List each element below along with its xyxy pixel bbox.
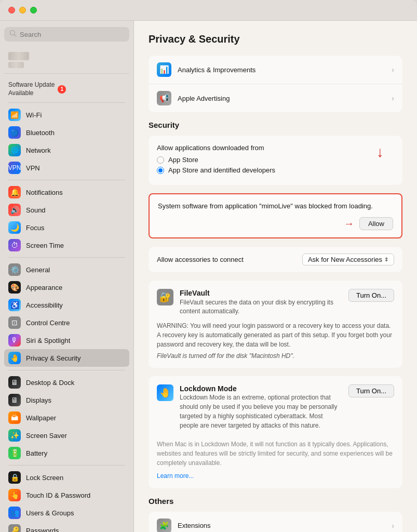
- sidebar-label-network: Network: [26, 147, 51, 154]
- security-card: Allow applications downloaded from App S…: [149, 136, 402, 185]
- accessories-dropdown[interactable]: Ask for New Accessories ⇕: [302, 254, 394, 265]
- network-icon: 🌐: [8, 144, 21, 156]
- lockscreen-icon: 🔒: [8, 471, 21, 484]
- sidebar-item-network[interactable]: 🌐 Network: [4, 141, 129, 159]
- sidebar-item-wallpaper[interactable]: 🏔 Wallpaper: [4, 409, 129, 427]
- wallpaper-icon: 🏔: [8, 411, 21, 424]
- sidebar-item-screentime[interactable]: ⏱ Screen Time: [4, 236, 129, 254]
- software-update-item[interactable]: Software UpdateAvailable 1: [4, 79, 129, 99]
- sidebar-item-desktop[interactable]: 🖥 Desktop & Dock: [4, 374, 129, 391]
- radio-app-store-developers[interactable]: App Store and identified developers: [157, 166, 394, 174]
- notifications-icon: 🔔: [8, 186, 21, 198]
- sidebar-item-touchid[interactable]: 👆 Touch ID & Password: [4, 486, 129, 504]
- battery-icon: 🔋: [8, 447, 21, 459]
- sidebar-item-sound[interactable]: 🔊 Sound: [4, 201, 129, 219]
- sidebar-label-desktop: Desktop & Dock: [26, 379, 74, 387]
- sidebar-item-siri[interactable]: 🎙 Siri & Spotlight: [4, 331, 129, 349]
- search-input[interactable]: [20, 31, 124, 38]
- radio-group-container: Allow applications downloaded from App S…: [157, 144, 394, 174]
- sidebar-item-vpn[interactable]: VPN VPN: [4, 159, 129, 177]
- advertising-label: Apple Advertising: [178, 95, 385, 102]
- avatar-image: [8, 52, 29, 60]
- sidebar-item-displays[interactable]: 🖥 Displays: [4, 391, 129, 409]
- learn-more-link[interactable]: Learn more...: [157, 472, 194, 480]
- lockdown-note: When Mac is in Lockdown Mode, it will no…: [157, 440, 394, 468]
- maximize-button[interactable]: [30, 7, 37, 14]
- advertising-row[interactable]: 📢 Apple Advertising ›: [149, 84, 402, 112]
- controlcentre-icon: ⊡: [8, 316, 21, 329]
- filevault-warning: WARNING: You will need your login passwo…: [157, 321, 394, 349]
- siri-icon: 🎙: [8, 334, 21, 347]
- sidebar-item-general[interactable]: ⚙️ General: [4, 261, 129, 278]
- content-area: Software UpdateAvailable 1 📶 Wi-Fi 🔵 Blu…: [0, 21, 417, 532]
- main-content: Privacy & Security 📊 Analytics & Improve…: [134, 21, 417, 532]
- sidebar-item-battery[interactable]: 🔋 Battery: [4, 444, 129, 462]
- others-title: Others: [149, 497, 402, 506]
- search-icon: [9, 30, 17, 39]
- screensaver-icon: ✨: [8, 429, 21, 442]
- sidebar-label-controlcentre: Control Centre: [26, 319, 70, 327]
- radio-app-store[interactable]: App Store: [157, 156, 394, 164]
- sidebar-item-users[interactable]: 👥 Users & Groups: [4, 504, 129, 522]
- search-bar[interactable]: [4, 27, 129, 42]
- allow-button[interactable]: Allow: [359, 217, 393, 230]
- security-section-title: Security: [149, 121, 402, 129]
- system-preferences-window: Software UpdateAvailable 1 📶 Wi-Fi 🔵 Blu…: [0, 0, 417, 532]
- avatar: [8, 52, 29, 68]
- analytics-label: Analytics & Improvements: [178, 66, 385, 74]
- sidebar-label-privacy: Privacy & Security: [26, 354, 80, 362]
- extensions-icon: 🧩: [157, 518, 171, 532]
- sidebar-label-battery: Battery: [26, 449, 47, 457]
- accessories-label: Allow accessories to connect: [157, 256, 302, 263]
- sidebar-item-focus[interactable]: 🌙 Focus: [4, 219, 129, 236]
- radio-developers-circle[interactable]: [157, 167, 164, 174]
- wifi-icon: 📶: [8, 109, 21, 121]
- screentime-icon: ⏱: [8, 239, 21, 251]
- sidebar-label-lockscreen: Lock Screen: [26, 474, 63, 482]
- lockdown-header: 🤚 Lockdown Mode Lockdown Mode is an extr…: [157, 384, 394, 434]
- radio-app-store-circle[interactable]: [157, 156, 164, 164]
- analytics-chevron: ›: [392, 65, 394, 74]
- filevault-turn-on-button[interactable]: Turn On...: [348, 289, 394, 302]
- analytics-row[interactable]: 📊 Analytics & Improvements ›: [149, 56, 402, 84]
- extensions-row[interactable]: 🧩 Extensions ›: [149, 512, 402, 532]
- sidebar-item-passwords[interactable]: 🔑 Passwords: [4, 522, 129, 532]
- sidebar-label-screensaver: Screen Saver: [26, 432, 67, 440]
- sidebar-label-displays: Displays: [26, 396, 51, 404]
- sidebar-label-focus: Focus: [26, 224, 44, 232]
- sidebar-item-controlcentre[interactable]: ⊡ Control Centre: [4, 314, 129, 331]
- desktop-icon: 🖥: [8, 376, 21, 389]
- sidebar-item-bluetooth[interactable]: 🔵 Bluetooth: [4, 124, 129, 141]
- svg-line-1: [15, 35, 17, 37]
- update-badge: 1: [58, 85, 66, 94]
- touchid-icon: 👆: [8, 489, 21, 501]
- page-title: Privacy & Security: [149, 33, 402, 45]
- minimize-button[interactable]: [19, 7, 26, 14]
- sidebar-item-notifications[interactable]: 🔔 Notifications: [4, 183, 129, 201]
- accessories-dropdown-arrow: ⇕: [384, 257, 388, 262]
- sidebar-item-lockscreen[interactable]: 🔒 Lock Screen: [4, 469, 129, 486]
- lockdown-card: 🤚 Lockdown Mode Lockdown Mode is an extr…: [149, 376, 402, 488]
- accessories-value: Ask for New Accessories: [308, 256, 382, 263]
- vpn-icon: VPN: [8, 162, 21, 174]
- sidebar-label-appearance: Appearance: [26, 284, 62, 291]
- allow-from-title: Allow applications downloaded from: [157, 144, 394, 152]
- sidebar-item-screensaver[interactable]: ✨ Screen Saver: [4, 427, 129, 444]
- filevault-description: FileVault secures the data on your disk …: [180, 298, 342, 316]
- sidebar-item-wifi[interactable]: 📶 Wi-Fi: [4, 106, 129, 124]
- filevault-title: FileVault: [180, 289, 342, 297]
- lockdown-description: Lockdown Mode is an extreme, optional pr…: [180, 393, 342, 430]
- sidebar-item-privacy[interactable]: 🤚 Privacy & Security: [4, 349, 129, 367]
- general-icon: ⚙️: [8, 263, 21, 276]
- sidebar-item-appearance[interactable]: 🎨 Appearance: [4, 278, 129, 296]
- accessories-row: Allow accessories to connect Ask for New…: [149, 247, 402, 272]
- bluetooth-icon: 🔵: [8, 126, 21, 139]
- extensions-label: Extensions: [178, 522, 385, 529]
- sidebar-label-screentime: Screen Time: [26, 242, 64, 249]
- lockdown-title: Lockdown Mode: [180, 384, 342, 393]
- lockdown-turn-on-button[interactable]: Turn On...: [348, 384, 394, 397]
- close-button[interactable]: [8, 7, 15, 14]
- sidebar-label-accessibility: Accessibility: [26, 301, 63, 309]
- analytics-icon: 📊: [157, 62, 171, 77]
- sidebar-item-accessibility[interactable]: ♿ Accessibility: [4, 296, 129, 314]
